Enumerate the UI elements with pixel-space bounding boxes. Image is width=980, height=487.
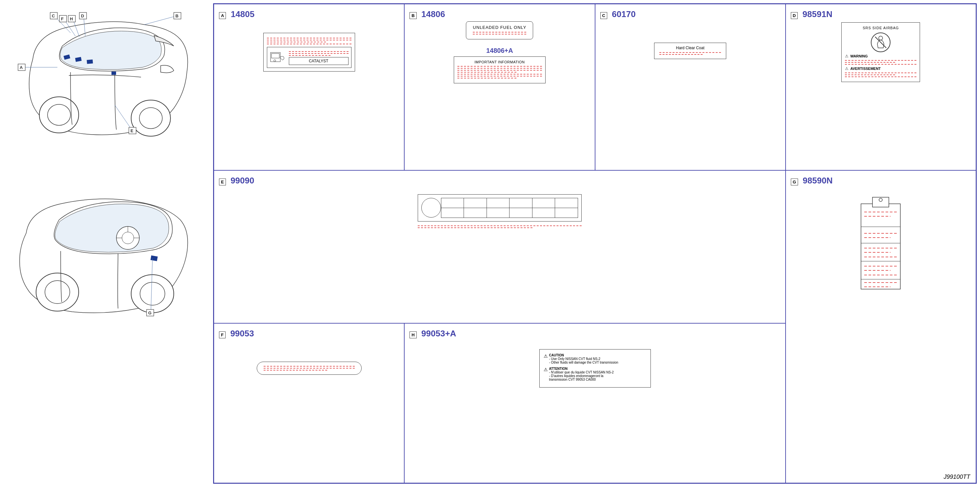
catalyst-text: CATALYST [289, 57, 348, 65]
label-c-number: 60170 [612, 9, 635, 19]
svg-rect-38 [151, 255, 158, 261]
caution-line2: - Other fluids will damage the CVT trans… [549, 361, 618, 364]
label-g-marker: G [791, 179, 798, 185]
caution-line1: - Use Only NISSAN CVT fluid NS-2 [549, 357, 618, 361]
label-b2-box: IMPORTANT INFORMATION [454, 56, 546, 83]
car-top-svg: A B C D F H [6, 6, 197, 158]
label-f-content [219, 339, 399, 398]
svg-line-46 [875, 37, 886, 48]
attention-triangle-icon: ⚠ [544, 367, 548, 372]
label-c-marker: C [600, 12, 607, 19]
label-a-marker: A [219, 12, 226, 19]
label-g-content [791, 186, 971, 300]
label-f-number: 99053 [230, 329, 254, 339]
attention-line2: - D'autres liquides endommageront la [549, 374, 614, 378]
label-b-fuel-box: UNLEADED FUEL ONLY [466, 21, 533, 39]
caution-row: ⚠ CAUTION - Use Only NISSAN CVT fluid NS… [544, 353, 647, 364]
warning-label: WARNING [850, 54, 867, 58]
svg-line-11 [144, 16, 177, 25]
tire-table [441, 198, 578, 218]
label-e-dashes [418, 224, 582, 229]
label-h-content: ⚠ CAUTION - Use Only NISSAN CVT fluid NS… [409, 339, 780, 398]
svg-point-44 [274, 60, 276, 62]
label-cell-e: E 99090 [214, 170, 786, 324]
svg-point-49 [879, 198, 882, 201]
svg-text:H: H [70, 16, 73, 21]
label-g-tag [854, 194, 907, 292]
svg-point-34 [36, 273, 79, 311]
caution-title: CAUTION [549, 353, 564, 357]
label-b2-number: 14806+A [486, 47, 513, 54]
label-e-marker: E [219, 179, 226, 185]
label-a-box: CATALYST [263, 33, 355, 72]
caution-triangle-icon: ⚠ [544, 353, 548, 359]
tire-circle [421, 198, 441, 217]
svg-text:B: B [175, 13, 178, 18]
airbag-no-icon [872, 34, 889, 51]
attention-row: ⚠ ATTENTION - N'utiliser que du liquide … [544, 367, 647, 381]
avertissement-triangle-icon: ⚠ [845, 66, 848, 71]
label-d-marker: D [791, 12, 798, 19]
svg-point-36 [131, 275, 174, 313]
svg-text:C: C [52, 13, 55, 18]
label-cell-f: F 99053 [214, 323, 404, 483]
label-a-number: 14805 [231, 9, 255, 19]
label-a-content: CATALYST [219, 19, 399, 85]
label-d-content: SRS SIDE AIRBAG ⚠ WARNING [791, 19, 971, 85]
diagram-code: J99100TT [943, 474, 970, 481]
label-f-marker: F [219, 331, 226, 339]
label-b-marker: B [409, 12, 417, 19]
important-info-text: IMPORTANT INFORMATION [457, 60, 542, 64]
attention-line1: - N'utiliser que du liquide CVT NISSAN N… [549, 370, 614, 374]
label-cell-g: G 98590N [786, 170, 976, 483]
svg-point-2 [131, 100, 170, 136]
attention-title: ATTENTION [549, 367, 568, 370]
svg-rect-6 [87, 59, 93, 64]
label-e-tire-box [418, 194, 582, 222]
svg-text:A: A [20, 65, 23, 70]
srs-text: SRS SIDE AIRBAG [845, 26, 916, 30]
avertissement-label: AVERTISSEMENT [850, 67, 881, 70]
label-d-srs-box: SRS SIDE AIRBAG ⚠ WARNING [841, 22, 920, 82]
label-d-number: 98591N [803, 9, 832, 19]
label-c-coat-box: Hard Clear Coat [654, 43, 726, 59]
g-tag-svg [854, 194, 907, 292]
label-g-number: 98590N [803, 176, 832, 185]
coat-text: Hard Clear Coat [676, 46, 705, 50]
labels-grid: A 14805 [213, 3, 977, 484]
warning-row: ⚠ WARNING [845, 54, 916, 58]
attention-line3: transmission CVT 99053 CA000 [549, 378, 614, 381]
label-cell-c: C 60170 Hard Clear Coat [595, 4, 786, 170]
svg-text:G: G [148, 310, 151, 315]
svg-point-0 [39, 97, 79, 133]
svg-text:F: F [61, 16, 64, 21]
svg-point-45 [879, 36, 883, 40]
label-h-marker: H [409, 331, 417, 339]
label-f-rounded-box [257, 362, 362, 375]
label-h-number: 99053+A [421, 329, 456, 339]
label-b-number: 14806 [421, 9, 445, 19]
label-cell-d: D 98591N SRS SIDE AIRBAG ⚠ [786, 4, 976, 170]
label-e-content [219, 186, 780, 238]
svg-point-30 [122, 232, 134, 244]
label-e-number: 99090 [231, 176, 254, 185]
label-cell-b: B 14806 UNLEADED FUEL ONLY 14806+A IMPOR… [404, 4, 595, 170]
car-bottom-svg: G [6, 184, 197, 328]
svg-rect-7 [111, 72, 116, 75]
car-top-diagram: A B C D F H [6, 6, 207, 177]
svg-text:D: D [81, 13, 84, 18]
svg-rect-43 [272, 53, 279, 58]
label-cell-h: H 99053+A ⚠ CAUTION - Use Only NISSAN CV… [404, 323, 786, 483]
label-c-content: Hard Clear Coat [600, 19, 780, 85]
car-bottom-diagram: G [6, 184, 207, 341]
label-h-caution-box: ⚠ CAUTION - Use Only NISSAN CVT fluid NS… [539, 349, 651, 388]
label-b-content: UNLEADED FUEL ONLY 14806+A IMPORTANT INF… [409, 19, 590, 85]
label-cell-a: A 14805 [214, 4, 404, 170]
svg-rect-42 [270, 53, 280, 62]
fuel-text: UNLEADED FUEL ONLY [473, 25, 526, 30]
warning-triangle-icon: ⚠ [845, 54, 848, 58]
catalyst-icon [270, 51, 286, 64]
svg-text:E: E [130, 128, 134, 133]
avertissement-row: ⚠ AVERTISSEMENT [845, 66, 916, 71]
car-diagram-panel: A B C D F H [0, 0, 213, 487]
